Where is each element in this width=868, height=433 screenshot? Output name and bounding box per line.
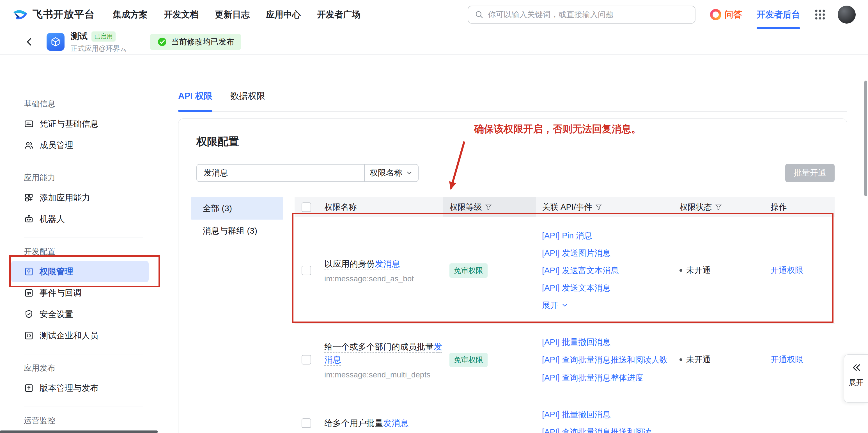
- filter-funnel-icon[interactable]: [595, 204, 602, 211]
- vertical-scrollbar[interactable]: [864, 81, 867, 196]
- sidebar-divider: [24, 407, 143, 407]
- col-action: 操作: [765, 202, 835, 213]
- main-content: API 权限 数据权限 权限配置 权限名称 批量开通: [158, 55, 868, 433]
- permission-name[interactable]: 以应用的身份发消息: [324, 258, 443, 271]
- permission-scope: im:message:send_as_bot: [324, 275, 443, 283]
- search-field-selector[interactable]: 权限名称: [364, 165, 418, 181]
- api-list: [API] 批量撤回消息 [API] 查询批量消息推送和阅读人数 [API] 查…: [536, 324, 673, 396]
- api-link[interactable]: [API] 发送富文本消息: [542, 262, 673, 279]
- back-button[interactable]: [25, 37, 34, 47]
- nav-item-docs[interactable]: 开发文档: [164, 9, 198, 21]
- enable-permission-link[interactable]: 开通权限: [771, 266, 803, 275]
- brand[interactable]: 飞书开放平台: [12, 7, 95, 23]
- chevron-down-icon: [561, 301, 568, 309]
- category-messages-groups[interactable]: 消息与群组 (3): [191, 220, 283, 242]
- published-banner: 当前修改均已发布: [150, 34, 241, 50]
- sidebar-item-credentials[interactable]: 凭证与基础信息: [11, 113, 149, 135]
- qa-link[interactable]: 问答: [710, 9, 742, 21]
- table-row-send-multi-depts: 给一个或多个部门的成员批量发消息 im:message:send_multi_d…: [294, 324, 835, 396]
- sidebar-item-events[interactable]: 事件与回调: [11, 282, 149, 304]
- sidebar-section-capability: 应用能力: [24, 172, 158, 183]
- user-avatar[interactable]: [838, 6, 856, 24]
- sidebar-section-basic: 基础信息: [24, 98, 158, 109]
- permission-search-input[interactable]: [197, 165, 364, 181]
- sidebar-section-monitor: 运营监控: [24, 415, 158, 426]
- console-link-active[interactable]: 开发者后台: [756, 0, 800, 29]
- status-cell: 未开通: [673, 354, 765, 365]
- published-text: 当前修改均已发布: [171, 36, 234, 47]
- horizontal-scrollbar[interactable]: [0, 431, 158, 433]
- api-link[interactable]: [API] 查询批量消息整体进度: [542, 369, 673, 386]
- api-link[interactable]: [API] Pin 消息: [542, 227, 673, 244]
- back-chevron-icon: [25, 37, 34, 47]
- global-search-input[interactable]: [488, 10, 689, 19]
- sidebar-item-label: 版本管理与发布: [39, 382, 98, 394]
- row-checkbox[interactable]: [302, 266, 311, 275]
- tab-data-permissions[interactable]: 数据权限: [230, 90, 265, 112]
- sidebar-item-version-release[interactable]: 版本管理与发布: [11, 377, 149, 399]
- sidebar-divider: [24, 237, 143, 238]
- filter-funnel-icon[interactable]: [715, 204, 722, 211]
- select-all-checkbox[interactable]: [302, 202, 311, 212]
- table-row-send-as-bot: 以应用的身份发消息 im:message:send_as_bot 免审权限 [A…: [294, 217, 835, 324]
- app-meta: 测试 已启用 正式应用@环界云: [71, 31, 127, 53]
- col-permission-name: 权限名称: [318, 202, 443, 213]
- nav-right: 问答 开发者后台: [468, 0, 856, 29]
- row-checkbox[interactable]: [302, 418, 311, 428]
- api-link[interactable]: [API] 发送文本消息: [542, 279, 673, 296]
- events-callback-icon: [24, 288, 34, 298]
- nav-item-changelog[interactable]: 更新日志: [215, 9, 250, 21]
- api-link[interactable]: [API] 发送图片消息: [542, 244, 673, 262]
- table-header: 权限名称 权限等级 关联 API/事件 权限状态: [294, 197, 835, 217]
- global-search[interactable]: [468, 6, 695, 24]
- enable-permission-link[interactable]: 开通权限: [771, 355, 803, 364]
- card-heading: 权限配置: [196, 135, 835, 149]
- sidebar-item-label: 机器人: [39, 213, 65, 225]
- permission-scope: im:message:send_multi_depts: [324, 370, 443, 379]
- api-link[interactable]: [API] 批量撤回消息: [542, 333, 673, 351]
- sidebar: 基础信息 凭证与基础信息 成员管理 应用能力 添加应用能力 机器人 开发配置: [0, 55, 158, 433]
- api-link[interactable]: [API] 查询批量消息推送和阅读: [542, 423, 673, 433]
- permission-name[interactable]: 给多个用户批量发消息: [324, 417, 443, 430]
- col-related-api: 关联 API/事件: [536, 202, 673, 213]
- members-icon: [24, 140, 34, 150]
- sidebar-item-permissions[interactable]: 权限管理: [11, 261, 149, 282]
- side-expand-panel[interactable]: 展开: [844, 354, 868, 403]
- sidebar-item-label: 权限管理: [39, 266, 73, 278]
- batch-enable-button[interactable]: 批量开通: [785, 164, 835, 182]
- sidebar-item-label: 事件与回调: [39, 287, 82, 299]
- sidebar-item-bot[interactable]: 机器人: [11, 208, 149, 230]
- sidebar-item-security[interactable]: 安全设置: [11, 304, 149, 325]
- category-list: 全部 (3) 消息与群组 (3): [191, 197, 283, 433]
- nav-item-devplaza[interactable]: 开发者广场: [317, 9, 361, 21]
- sidebar-item-members[interactable]: 成员管理: [11, 135, 149, 156]
- permission-name[interactable]: 给一个或多个部门的成员批量发消息: [324, 340, 443, 367]
- sidebar-item-label: 测试企业和人员: [39, 330, 98, 342]
- sidebar-item-add-capability[interactable]: 添加应用能力: [11, 187, 149, 208]
- expand-panel-label: 展开: [849, 378, 864, 387]
- row-checkbox[interactable]: [302, 355, 311, 365]
- sidebar-divider: [24, 354, 143, 354]
- expand-apis-link[interactable]: 展开: [542, 296, 568, 314]
- tab-api-permissions[interactable]: API 权限: [178, 90, 212, 112]
- chevron-down-icon: [406, 169, 413, 177]
- sidebar-item-test-org[interactable]: 测试企业和人员: [11, 325, 149, 346]
- nav-item-integration[interactable]: 集成方案: [113, 9, 148, 21]
- api-link[interactable]: [API] 查询批量消息推送和阅读人数: [542, 351, 673, 369]
- filter-funnel-icon[interactable]: [485, 204, 492, 211]
- nav-links: 集成方案 开发文档 更新日志 应用中心 开发者广场: [113, 0, 361, 29]
- app-icon: [46, 33, 64, 51]
- sidebar-section-release: 应用发布: [24, 363, 158, 373]
- apps-grid-icon[interactable]: [813, 8, 827, 21]
- check-circle-icon: [157, 37, 167, 47]
- brand-name: 飞书开放平台: [33, 7, 95, 21]
- qa-ring-icon: [710, 9, 721, 20]
- top-nav: 飞书开放平台 集成方案 开发文档 更新日志 应用中心 开发者广场 问答 开发者后…: [0, 0, 868, 29]
- api-link[interactable]: [API] 批量撤回消息: [542, 406, 673, 423]
- cube-icon: [50, 36, 61, 48]
- status-dot-icon: [680, 358, 682, 361]
- nav-item-appcenter[interactable]: 应用中心: [266, 9, 301, 21]
- app-name: 测试: [71, 31, 88, 42]
- category-all[interactable]: 全部 (3): [191, 197, 283, 220]
- search-field-label: 权限名称: [370, 167, 402, 179]
